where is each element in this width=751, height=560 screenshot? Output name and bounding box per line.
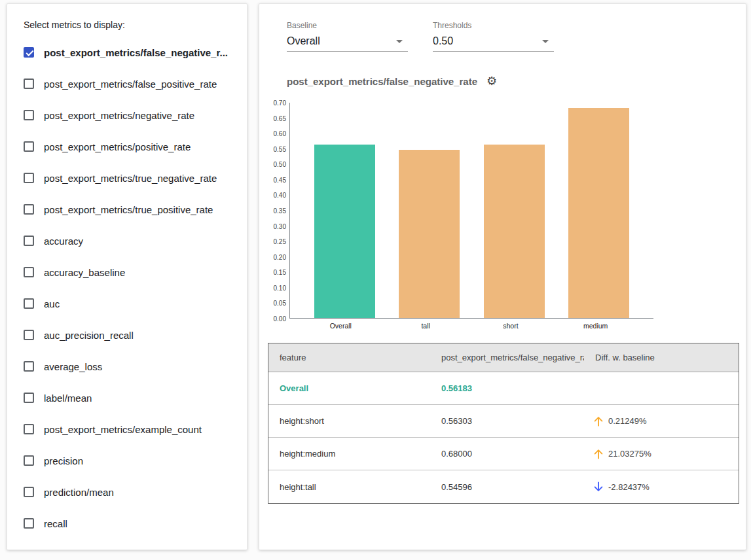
metric-item[interactable]: recall [24,508,247,539]
metric-item[interactable]: auc_precision_recall [24,319,247,351]
checkbox-unchecked[interactable] [24,204,34,215]
bar-short[interactable] [484,145,545,318]
cell-diff: -2.82437% [584,480,740,493]
metric-item[interactable]: post_export_metrics/example_count [24,413,247,445]
metrics-list: post_export_metrics/false_negative_r...p… [24,37,247,539]
y-tick-label: 0.70 [274,99,286,107]
checkbox-unchecked[interactable] [24,141,34,152]
cell-metric-value: 0.68000 [430,449,584,459]
metric-item[interactable]: auc [24,288,247,319]
metric-item[interactable]: post_export_metrics/false_positive_rate [24,68,247,99]
chart-title: post_export_metrics/false_negative_rate [287,76,477,87]
checkbox-unchecked[interactable] [24,236,34,246]
bar-overall[interactable] [314,145,375,318]
cell-feature: height:medium [268,449,430,459]
metric-label: precision [44,455,83,466]
checkbox-unchecked[interactable] [24,424,34,434]
metric-label: post_export_metrics/negative_rate [44,110,194,121]
bar-tall[interactable] [399,150,460,318]
checkbox-unchecked[interactable] [24,79,34,89]
y-tick-label: 0.65 [274,114,286,122]
thresholds-label: Thresholds [433,21,554,30]
checkbox-unchecked[interactable] [24,487,34,497]
metric-selector-panel: Select metrics to display: post_export_m… [7,3,247,550]
metrics-table: feature post_export_metrics/false_negati… [268,343,739,504]
cell-metric-value: 0.56303 [430,416,584,426]
checkbox-unchecked[interactable] [24,298,34,309]
checkbox-unchecked[interactable] [24,173,34,183]
diff-value: -2.82437% [608,482,650,492]
metric-label: post_export_metrics/false_positive_rate [44,79,217,90]
y-tick-label: 0.50 [274,161,286,168]
metric-item[interactable]: prediction/mean [24,476,247,508]
thresholds-select[interactable]: 0.50 [433,32,554,52]
checkbox-unchecked[interactable] [24,518,34,529]
table-row: height:medium0.6800021.03275% [268,438,739,470]
cell-feature: height:short [268,416,430,426]
metric-label: label/mean [44,393,92,404]
metric-item[interactable]: label/mean [24,382,247,413]
checkbox-unchecked[interactable] [24,330,34,340]
metric-item[interactable]: post_export_metrics/false_negative_r... [24,37,247,68]
y-tick-label: 0.00 [274,315,286,323]
diff-value: 21.03275% [608,449,651,459]
y-tick-label: 0.30 [274,222,286,230]
y-tick-label: 0.55 [274,145,286,152]
table-body: Overall0.56183height:short0.563030.21249… [268,372,739,503]
chevron-down-icon [542,40,549,43]
metric-label: auc_precision_recall [44,330,134,341]
metric-label: average_loss [44,361,102,372]
metric-label: post_export_metrics/example_count [44,424,202,435]
y-tick-label: 0.10 [274,284,286,291]
metric-label: prediction/mean [44,487,114,498]
metric-item[interactable]: post_export_metrics/true_negative_rate [24,162,247,194]
metric-item[interactable]: post_export_metrics/negative_rate [24,99,247,131]
bar-chart: 0.000.050.100.150.200.250.300.350.400.45… [263,103,746,319]
baseline-select[interactable]: Overall [287,32,408,52]
metric-label: post_export_metrics/positive_rate [44,141,191,152]
thresholds-selected-value: 0.50 [433,35,453,47]
metric-label: accuracy_baseline [44,267,125,278]
checkbox-unchecked[interactable] [24,267,34,277]
y-tick-label: 0.15 [274,269,286,276]
results-panel: Baseline Overall Thresholds 0.50 post_ex… [259,3,746,550]
checkbox-unchecked[interactable] [24,393,34,403]
x-tick-label: tall [395,322,456,330]
y-axis-labels: 0.000.050.100.150.200.250.300.350.400.45… [263,103,289,319]
cell-diff: 21.03275% [584,447,740,461]
y-tick-label: 0.20 [274,253,286,260]
arrow-down-icon [592,480,605,493]
table-header-feature: feature [268,353,430,362]
metric-item[interactable]: accuracy [24,225,247,256]
table-header-row: feature post_export_metrics/false_negati… [268,343,739,372]
bar-medium[interactable] [568,108,629,318]
checkbox-unchecked[interactable] [24,455,34,466]
metric-item[interactable]: average_loss [24,351,247,382]
checkbox-unchecked[interactable] [24,361,34,372]
gear-icon[interactable]: ⚙ [486,75,497,87]
x-axis-labels: Overalltallshortmedium [286,322,650,330]
checkbox-checked[interactable] [24,47,34,58]
y-tick-label: 0.05 [274,300,286,307]
table-header-diff: Diff. w. baseline [584,353,740,362]
controls-row: Baseline Overall Thresholds 0.50 [259,4,746,52]
cell-feature: height:tall [268,482,430,492]
y-tick-label: 0.25 [274,238,286,245]
metric-item[interactable]: precision [24,445,247,476]
x-tick-label: Overall [310,322,371,330]
diff-value: 0.21249% [608,416,647,426]
y-tick-label: 0.45 [274,176,286,183]
metric-selector-title: Select metrics to display: [24,20,247,30]
y-tick-label: 0.40 [274,192,286,199]
x-tick-label: medium [565,322,626,330]
baseline-selected-value: Overall [287,35,320,47]
checkbox-unchecked[interactable] [24,110,34,120]
metric-item[interactable]: post_export_metrics/true_positive_rate [24,194,247,225]
metric-label: auc [44,298,60,309]
metric-item[interactable]: accuracy_baseline [24,256,247,288]
metric-item[interactable]: post_export_metrics/positive_rate [24,131,247,162]
fairness-indicators-page: Select metrics to display: post_export_m… [0,0,751,560]
metric-label: accuracy [44,236,83,247]
table-row: height:tall0.54596-2.82437% [268,470,739,503]
metric-label: post_export_metrics/false_negative_r... [44,47,228,58]
